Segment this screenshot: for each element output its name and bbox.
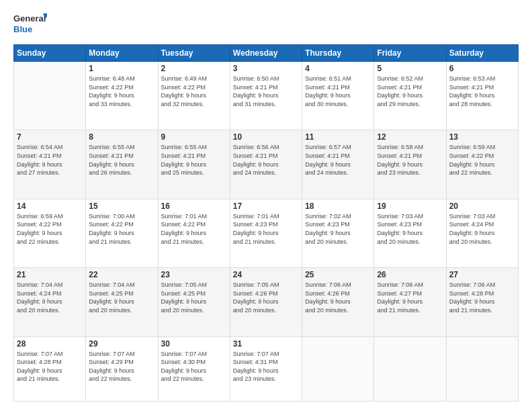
day-info: Sunrise: 6:56 AMSunset: 4:21 PMDaylight:… xyxy=(233,143,299,177)
day-info: Sunrise: 6:52 AMSunset: 4:21 PMDaylight:… xyxy=(377,75,443,108)
calendar-cell: 24Sunrise: 7:05 AMSunset: 4:26 PMDayligh… xyxy=(230,268,302,336)
calendar-cell: 3Sunrise: 6:50 AMSunset: 4:21 PMDaylight… xyxy=(230,62,302,130)
calendar-cell xyxy=(302,336,374,401)
calendar-cell: 20Sunrise: 7:03 AMSunset: 4:24 PMDayligh… xyxy=(446,199,518,267)
day-number: 5 xyxy=(377,64,443,73)
day-number: 25 xyxy=(305,270,371,279)
calendar-header-monday: Monday xyxy=(86,45,158,62)
day-number: 13 xyxy=(449,132,515,142)
calendar-cell: 11Sunrise: 6:57 AMSunset: 4:21 PMDayligh… xyxy=(302,130,374,199)
day-info: Sunrise: 7:07 AMSunset: 4:30 PMDaylight:… xyxy=(161,350,227,383)
day-number: 21 xyxy=(17,270,83,279)
calendar-cell: 13Sunrise: 6:59 AMSunset: 4:22 PMDayligh… xyxy=(446,130,518,199)
day-info: Sunrise: 6:49 AMSunset: 4:22 PMDaylight:… xyxy=(161,75,227,108)
day-info: Sunrise: 6:59 AMSunset: 4:22 PMDaylight:… xyxy=(17,212,83,246)
calendar-cell: 23Sunrise: 7:05 AMSunset: 4:25 PMDayligh… xyxy=(158,268,230,336)
day-info: Sunrise: 7:03 AMSunset: 4:23 PMDaylight:… xyxy=(377,212,443,246)
day-info: Sunrise: 7:01 AMSunset: 4:23 PMDaylight:… xyxy=(233,212,299,246)
day-info: Sunrise: 7:06 AMSunset: 4:26 PMDaylight:… xyxy=(305,281,371,314)
calendar-cell: 10Sunrise: 6:56 AMSunset: 4:21 PMDayligh… xyxy=(230,130,302,199)
calendar-cell: 19Sunrise: 7:03 AMSunset: 4:23 PMDayligh… xyxy=(374,199,446,267)
calendar-cell: 18Sunrise: 7:02 AMSunset: 4:23 PMDayligh… xyxy=(302,199,374,267)
day-number: 24 xyxy=(233,270,299,279)
day-info: Sunrise: 7:07 AMSunset: 4:31 PMDaylight:… xyxy=(233,350,299,383)
day-info: Sunrise: 7:07 AMSunset: 4:28 PMDaylight:… xyxy=(17,350,83,383)
calendar-cell: 8Sunrise: 6:55 AMSunset: 4:21 PMDaylight… xyxy=(86,130,158,199)
header: General Blue xyxy=(13,12,519,38)
day-number: 31 xyxy=(233,339,299,349)
logo: General Blue xyxy=(13,12,47,38)
calendar-cell: 15Sunrise: 7:00 AMSunset: 4:22 PMDayligh… xyxy=(86,199,158,267)
calendar-cell: 1Sunrise: 6:48 AMSunset: 4:22 PMDaylight… xyxy=(86,62,158,130)
day-number: 20 xyxy=(449,201,515,211)
calendar-cell: 29Sunrise: 7:07 AMSunset: 4:29 PMDayligh… xyxy=(86,336,158,401)
day-number: 22 xyxy=(89,270,154,279)
day-number: 17 xyxy=(233,201,299,211)
day-number: 3 xyxy=(233,64,299,73)
day-info: Sunrise: 7:01 AMSunset: 4:22 PMDaylight:… xyxy=(161,212,227,246)
day-number: 28 xyxy=(17,339,83,349)
calendar-header-saturday: Saturday xyxy=(446,45,518,62)
calendar-cell xyxy=(14,62,86,130)
day-number: 14 xyxy=(17,201,83,211)
day-info: Sunrise: 7:04 AMSunset: 4:25 PMDaylight:… xyxy=(89,281,154,314)
day-info: Sunrise: 7:02 AMSunset: 4:23 PMDaylight:… xyxy=(305,212,371,246)
day-number: 15 xyxy=(89,201,154,211)
calendar-cell: 26Sunrise: 7:06 AMSunset: 4:27 PMDayligh… xyxy=(374,268,446,336)
calendar-cell: 14Sunrise: 6:59 AMSunset: 4:22 PMDayligh… xyxy=(14,199,86,267)
calendar-cell: 22Sunrise: 7:04 AMSunset: 4:25 PMDayligh… xyxy=(86,268,158,336)
calendar-cell: 30Sunrise: 7:07 AMSunset: 4:30 PMDayligh… xyxy=(158,336,230,401)
day-number: 11 xyxy=(305,132,371,142)
calendar-cell: 25Sunrise: 7:06 AMSunset: 4:26 PMDayligh… xyxy=(302,268,374,336)
calendar-cell: 17Sunrise: 7:01 AMSunset: 4:23 PMDayligh… xyxy=(230,199,302,267)
calendar-cell: 7Sunrise: 6:54 AMSunset: 4:21 PMDaylight… xyxy=(14,130,86,199)
day-info: Sunrise: 7:04 AMSunset: 4:24 PMDaylight:… xyxy=(17,281,83,314)
day-info: Sunrise: 6:57 AMSunset: 4:21 PMDaylight:… xyxy=(305,143,371,177)
calendar-cell: 28Sunrise: 7:07 AMSunset: 4:28 PMDayligh… xyxy=(14,336,86,401)
day-info: Sunrise: 7:05 AMSunset: 4:25 PMDaylight:… xyxy=(161,281,227,314)
day-number: 26 xyxy=(377,270,443,279)
day-number: 2 xyxy=(161,64,227,73)
calendar-header-thursday: Thursday xyxy=(302,45,374,62)
calendar-header-friday: Friday xyxy=(374,45,446,62)
day-number: 1 xyxy=(89,64,154,73)
day-info: Sunrise: 7:06 AMSunset: 4:27 PMDaylight:… xyxy=(377,281,443,314)
svg-text:General: General xyxy=(13,13,46,24)
day-number: 7 xyxy=(17,132,83,142)
day-number: 23 xyxy=(161,270,227,279)
day-info: Sunrise: 6:54 AMSunset: 4:21 PMDaylight:… xyxy=(17,143,83,177)
day-info: Sunrise: 6:59 AMSunset: 4:22 PMDaylight:… xyxy=(449,143,515,177)
day-number: 12 xyxy=(377,132,443,142)
day-number: 16 xyxy=(161,201,227,211)
page: General Blue SundayMondayTuesdayWednesda… xyxy=(0,0,532,411)
day-info: Sunrise: 7:03 AMSunset: 4:24 PMDaylight:… xyxy=(449,212,515,246)
calendar-cell: 16Sunrise: 7:01 AMSunset: 4:22 PMDayligh… xyxy=(158,199,230,267)
calendar-cell: 9Sunrise: 6:55 AMSunset: 4:21 PMDaylight… xyxy=(158,130,230,199)
day-number: 8 xyxy=(89,132,154,142)
day-info: Sunrise: 6:58 AMSunset: 4:21 PMDaylight:… xyxy=(377,143,443,177)
calendar-cell xyxy=(446,336,518,401)
calendar-cell: 21Sunrise: 7:04 AMSunset: 4:24 PMDayligh… xyxy=(14,268,86,336)
day-number: 19 xyxy=(377,201,443,211)
day-number: 9 xyxy=(161,132,227,142)
calendar-header-tuesday: Tuesday xyxy=(158,45,230,62)
day-number: 27 xyxy=(449,270,515,279)
day-info: Sunrise: 6:55 AMSunset: 4:21 PMDaylight:… xyxy=(161,143,227,177)
day-number: 30 xyxy=(161,339,227,349)
calendar-cell: 31Sunrise: 7:07 AMSunset: 4:31 PMDayligh… xyxy=(230,336,302,401)
day-number: 18 xyxy=(305,201,371,211)
svg-text:Blue: Blue xyxy=(13,24,32,34)
calendar-cell: 12Sunrise: 6:58 AMSunset: 4:21 PMDayligh… xyxy=(374,130,446,199)
calendar-cell xyxy=(374,336,446,401)
day-number: 10 xyxy=(233,132,299,142)
day-info: Sunrise: 6:50 AMSunset: 4:21 PMDaylight:… xyxy=(233,75,299,108)
calendar-table: SundayMondayTuesdayWednesdayThursdayFrid… xyxy=(13,44,519,402)
calendar-header-row: SundayMondayTuesdayWednesdayThursdayFrid… xyxy=(14,45,519,62)
day-info: Sunrise: 7:05 AMSunset: 4:26 PMDaylight:… xyxy=(233,281,299,314)
calendar-cell: 5Sunrise: 6:52 AMSunset: 4:21 PMDaylight… xyxy=(374,62,446,130)
calendar-header-wednesday: Wednesday xyxy=(230,45,302,62)
calendar-cell: 2Sunrise: 6:49 AMSunset: 4:22 PMDaylight… xyxy=(158,62,230,130)
calendar-cell: 6Sunrise: 6:53 AMSunset: 4:21 PMDaylight… xyxy=(446,62,518,130)
day-number: 4 xyxy=(305,64,371,73)
calendar-cell: 4Sunrise: 6:51 AMSunset: 4:21 PMDaylight… xyxy=(302,62,374,130)
